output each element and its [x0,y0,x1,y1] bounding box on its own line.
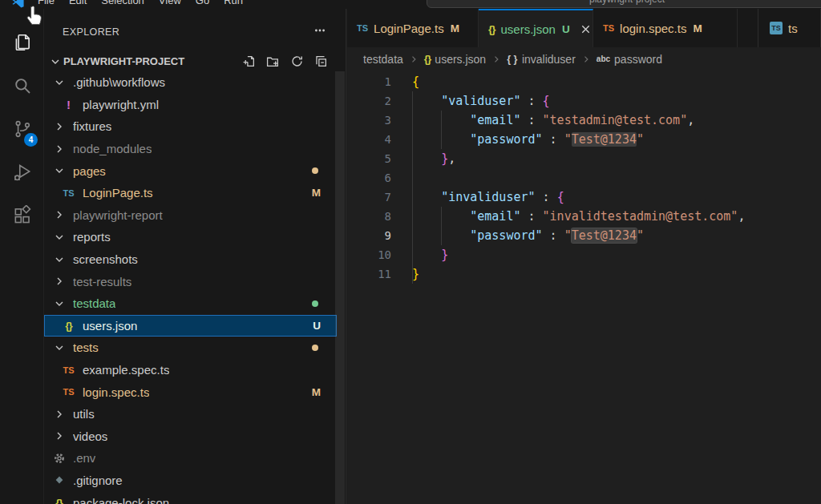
new-file-icon[interactable] [242,54,256,68]
code-lines: 1{2 "validuser" : {3 "email" : "testadmi… [347,72,821,284]
tree-folder--github-workflows[interactable]: .github\workflows [44,71,337,94]
chevron-down-icon [51,76,67,89]
tree-file-loginpage-ts[interactable]: TSLoginPage.tsM [44,182,337,204]
tree-folder-testdata[interactable]: testdata [44,292,337,315]
menu-view[interactable]: View [152,0,188,6]
search-icon [12,75,33,96]
symbol-string-icon: abc [597,54,610,63]
close-icon[interactable] [580,23,592,35]
tree-file--env[interactable]: .env [44,447,337,470]
code-line-2[interactable]: 2 "validuser" : { [347,91,821,111]
project-section-header[interactable]: PLAYWRIGHT-PROJECT [44,51,346,71]
code-line-9[interactable]: 9 "password" : "Test@1234" [347,226,821,245]
code-line-11[interactable]: 11} [347,264,821,284]
code-line-3[interactable]: 3 "email" : "testadmin@test.com", [347,111,821,130]
chevron-down-icon [51,297,67,310]
tab-label: ts [788,22,798,35]
git-status-badge: M [312,386,321,398]
new-folder-icon[interactable] [266,54,280,68]
json-icon: {} [424,53,431,65]
tree-item-label: .env [73,451,95,465]
ts-blue-file-icon: TS [357,23,368,33]
refresh-icon[interactable] [290,54,304,68]
tree-folder-node-modules[interactable]: node_modules [44,138,337,160]
activity-explorer[interactable] [0,23,44,62]
activity-source-control[interactable]: 4 [0,110,44,148]
code-line-10[interactable]: 10 } [347,245,821,264]
json-file-icon: {} [60,320,77,332]
tree-folder-reports[interactable]: reports [44,226,337,248]
git-status-badge: U [562,23,570,35]
code-line-1[interactable]: 1{ [347,72,821,91]
menu-edit[interactable]: Edit [62,0,94,6]
line-number: 5 [347,149,391,168]
code-line-4[interactable]: 4 "password" : "Test@1234" [347,130,821,149]
breadcrumb-item-testdata[interactable]: testdata [363,53,403,66]
tree-folder-videos[interactable]: videos [44,425,337,448]
tree-folder-test-results[interactable]: test-results [44,270,337,292]
chevron-right-icon [51,429,67,442]
line-text: "password" : "Test@1234" [412,130,644,149]
tab-login-spec-ts[interactable]: TSlogin.spec.tsM [593,9,738,47]
tree-file-example-spec-ts[interactable]: TSexample.spec.ts [44,359,337,381]
tree-file-package-lock-json[interactable]: {}package-lock.json [44,491,337,504]
chevron-down-icon [51,341,67,354]
mouse-hand-cursor [24,5,45,29]
tab-tsconfig-partial[interactable]: TSts [758,9,821,47]
json-file-icon: {} [488,23,495,35]
menu-go[interactable]: Go [188,0,216,6]
more-actions-icon[interactable] [313,24,326,37]
git-status-badge: M [451,22,459,34]
tree-folder-tests[interactable]: tests [44,337,337,359]
extensions-icon [12,205,33,226]
line-text: "password" : "Test@1234" [412,226,644,245]
tab-loginpage-ts[interactable]: TSLoginPage.tsM [347,9,479,47]
code-line-7[interactable]: 7 "invaliduser" : { [347,187,821,207]
tree-file--gitignore[interactable]: .gitignore [44,470,337,492]
line-number: 7 [347,187,391,207]
line-text: "invaliduser" : { [412,187,564,207]
tree-file-login-spec-ts[interactable]: TSlogin.spec.tsM [44,381,337,403]
activity-extensions[interactable] [0,196,44,235]
tree-item-label: reports [73,230,111,244]
code-editor[interactable]: 1{2 "validuser" : {3 "email" : "testadmi… [347,71,821,504]
tab-users-json[interactable]: {}users.jsonU [479,9,593,47]
collapse-all-icon[interactable] [314,54,328,68]
chevron-right-icon [51,143,67,155]
tree-folder-screenshots[interactable]: screenshots [44,248,337,271]
chevron-down-icon [51,253,67,266]
vscode-window: FileEditSelectionViewGoRun playwright-pr… [0,0,821,504]
tree-item-label: pages [73,164,106,178]
tree-folder-utils[interactable]: utils [44,403,337,425]
ts-orange-file-icon: TS [603,23,614,33]
tree-folder-fixtures[interactable]: fixtures [44,115,337,138]
code-line-8[interactable]: 8 "email" : "invalidtestadmin@test.com", [347,207,821,226]
line-number: 1 [347,72,391,91]
editor-group: TSLoginPage.tsM{}users.jsonUTSlogin.spec… [347,9,821,504]
ts-blue-file-icon: TS [60,188,77,198]
code-line-6[interactable]: 6 [347,168,821,187]
breadcrumb-label: users.json [435,53,486,66]
menu-selection[interactable]: Selection [94,0,151,6]
vscode-logo-icon [11,0,25,9]
sidebar-scrollbar[interactable] [335,71,345,504]
chevron-right-icon [51,208,67,221]
section-actions [242,54,328,68]
tree-folder-playwright-report[interactable]: playwright-report [44,204,337,227]
command-center[interactable]: playwright-project [427,0,821,8]
file-tree: .github\workflows!playwright.ymlfixtures… [44,71,337,504]
breadcrumb-item-password[interactable]: abcpassword [597,53,662,66]
breadcrumb-item-users-json[interactable]: {}users.json [424,53,486,66]
menu-run[interactable]: Run [216,0,250,6]
activity-search[interactable] [0,67,44,105]
line-number: 9 [347,226,391,245]
breadcrumb-item-invaliduser[interactable]: { }invaliduser [507,53,576,66]
explorer-title: EXPLORER [63,26,119,38]
code-line-5[interactable]: 5 }, [347,149,821,168]
activity-run-and-debug[interactable] [0,153,44,192]
chevron-right-icon [51,275,67,288]
tree-file-playwright-yml[interactable]: !playwright.yml [44,94,337,116]
tree-file-users-json[interactable]: {}users.jsonU [44,315,337,337]
json-file-icon: {} [51,497,67,504]
tree-folder-pages[interactable]: pages [44,159,337,182]
